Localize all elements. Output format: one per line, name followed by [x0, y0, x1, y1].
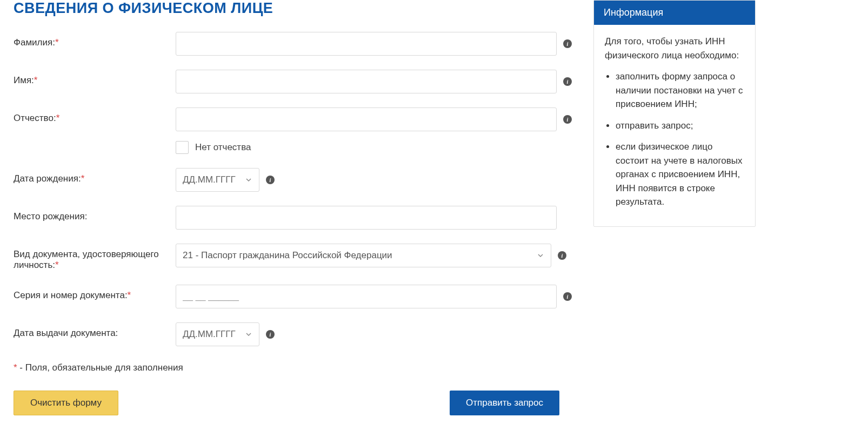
- info-panel-title: Информация: [594, 1, 755, 25]
- no-patronymic-checkbox[interactable]: [176, 141, 189, 154]
- page-title: СВЕДЕНИЯ О ФИЗИЧЕСКОМ ЛИЦЕ: [14, 0, 572, 17]
- label-name: Имя:*: [14, 70, 176, 86]
- required-marker: *: [81, 173, 85, 184]
- label-patronymic: Отчество:*: [14, 107, 176, 124]
- clear-button[interactable]: Очистить форму: [14, 391, 118, 415]
- required-marker: *: [55, 260, 59, 270]
- required-fields-note: * - Поля, обязательные для заполнения: [14, 362, 572, 373]
- required-marker: *: [56, 113, 60, 123]
- row-name: Имя:* i: [14, 70, 572, 93]
- doc-date-input[interactable]: ДД.ММ.ГГГГ: [176, 322, 259, 346]
- required-marker: *: [55, 37, 59, 48]
- info-icon[interactable]: i: [563, 292, 572, 301]
- doc-type-select[interactable]: 21 - Паспорт гражданина Российской Федер…: [176, 244, 551, 267]
- label-doc-date: Дата выдачи документа:: [14, 322, 176, 339]
- row-patronymic: Отчество:* i: [14, 107, 572, 131]
- name-input[interactable]: [176, 70, 557, 93]
- note-asterisk: *: [14, 362, 17, 373]
- date-placeholder: ДД.ММ.ГГГГ: [183, 329, 236, 340]
- doc-type-value: 21 - Паспорт гражданина Российской Федер…: [183, 250, 392, 261]
- info-panel-item: отправить запрос;: [616, 119, 744, 133]
- surname-input[interactable]: [176, 32, 557, 56]
- row-surname: Фамилия:* i: [14, 32, 572, 56]
- chevron-down-icon: [537, 252, 544, 259]
- patronymic-input[interactable]: [176, 107, 557, 131]
- label-doc-type: Вид документа, удостоверяющего личность:…: [14, 244, 176, 271]
- no-patronymic-label: Нет отчества: [195, 142, 251, 153]
- info-icon[interactable]: i: [563, 115, 572, 124]
- chevron-down-icon: [245, 331, 252, 338]
- row-birth-date: Дата рождения:* ДД.ММ.ГГГГ i: [14, 168, 572, 192]
- required-marker: *: [128, 290, 131, 300]
- info-panel-list: заполнить форму запроса о наличии постан…: [605, 70, 744, 209]
- info-icon[interactable]: i: [266, 176, 275, 184]
- info-panel-intro: Для того, чтобы узнать ИНН физического л…: [605, 35, 744, 62]
- required-marker: *: [34, 75, 38, 85]
- info-icon[interactable]: i: [266, 330, 275, 339]
- info-icon[interactable]: i: [563, 39, 572, 48]
- info-panel: Информация Для того, чтобы узнать ИНН фи…: [593, 0, 756, 227]
- doc-number-input[interactable]: [176, 285, 557, 308]
- label-doc-number: Серия и номер документа:*: [14, 285, 176, 301]
- label-surname: Фамилия:*: [14, 32, 176, 48]
- note-text: - Поля, обязательные для заполнения: [17, 362, 183, 373]
- row-doc-number: Серия и номер документа:* i: [14, 285, 572, 308]
- info-icon[interactable]: i: [558, 251, 566, 260]
- submit-button[interactable]: Отправить запрос: [450, 391, 559, 415]
- row-no-patronymic: Нет отчества: [14, 141, 572, 154]
- chevron-down-icon: [245, 176, 252, 184]
- row-birth-place: Место рождения:: [14, 206, 572, 230]
- info-icon[interactable]: i: [563, 77, 572, 86]
- info-panel-item: заполнить форму запроса о наличии постан…: [616, 70, 744, 111]
- birth-date-input[interactable]: ДД.ММ.ГГГГ: [176, 168, 259, 192]
- date-placeholder: ДД.ММ.ГГГГ: [183, 174, 236, 185]
- row-doc-date: Дата выдачи документа: ДД.ММ.ГГГГ i: [14, 322, 572, 346]
- birth-place-input[interactable]: [176, 206, 557, 230]
- row-doc-type: Вид документа, удостоверяющего личность:…: [14, 244, 572, 271]
- label-birth-date: Дата рождения:*: [14, 168, 176, 184]
- info-panel-item: если физическое лицо состоит на учете в …: [616, 140, 744, 209]
- label-birth-place: Место рождения:: [14, 206, 176, 222]
- button-row: Очистить форму Отправить запрос: [14, 391, 559, 415]
